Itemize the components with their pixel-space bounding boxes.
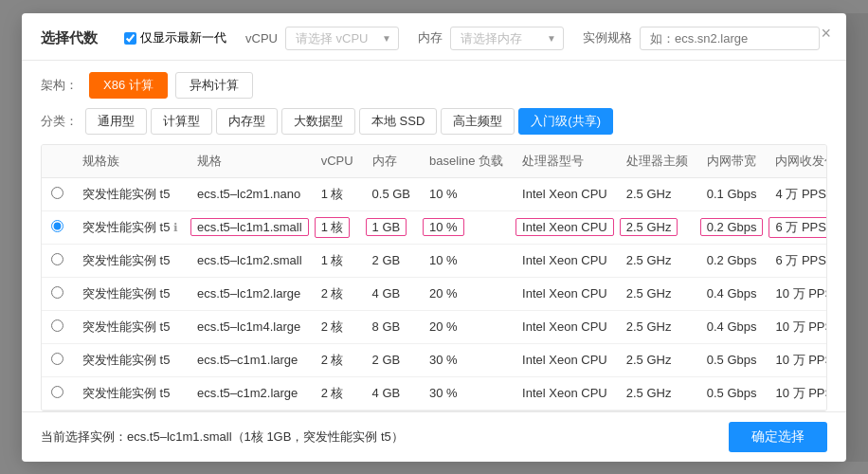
modal-overlay: 选择代数 仅显示最新一代 vCPU 请选择 vCPU ▼ 内存 xyxy=(0,0,868,474)
info-icon[interactable]: ℹ xyxy=(173,221,178,234)
col-vcpu: vCPU xyxy=(312,145,363,178)
row-spec: ecs.t5–lc1m1.small xyxy=(188,210,312,244)
vcpu-filter-group: vCPU 请选择 vCPU ▼ xyxy=(245,27,399,50)
row-baseline: 10 % xyxy=(420,210,513,244)
modal-title: 选择代数 xyxy=(41,29,98,47)
row-radio[interactable] xyxy=(51,353,63,365)
row-baseline: 30 % xyxy=(420,343,513,376)
table-row: 突发性能实例 t5 ecs.t5–lc2m1.nano 1 核 0.5 GB 1… xyxy=(42,177,827,210)
row-radio-cell[interactable] xyxy=(42,177,73,210)
category-row: 分类： 通用型 计算型 内存型 大数据型 本地 SSD 高主频型 入门级(共享) xyxy=(41,108,827,135)
row-frequency: 2.5 GHz xyxy=(617,244,697,277)
row-spec: ecs.t5–lc1m2.small xyxy=(188,244,312,277)
modal-footer: 当前选择实例：ecs.t5–lc1m1.small（1核 1GB，突发性能实例 … xyxy=(22,411,846,462)
row-vcpu: 1 核 xyxy=(312,177,363,210)
row-radio[interactable] xyxy=(51,187,63,199)
row-bandwidth: 0.1 Gbps xyxy=(697,177,767,210)
row-vcpu: 2 核 xyxy=(312,343,363,376)
instance-filter-group: 实例规格 xyxy=(583,27,820,50)
row-vcpu: 1 核 xyxy=(312,244,363,277)
baseline-highlight: 10 % xyxy=(423,218,464,236)
latest-gen-label: 仅显示最新一代 xyxy=(140,29,226,46)
modal-body: 架构： X86 计算 异构计算 分类： 通用型 计算型 内存型 大数据型 本地 … xyxy=(22,61,846,411)
category-label: 分类： xyxy=(41,113,78,130)
row-radio[interactable] xyxy=(51,253,63,265)
footer-current-text: 当前选择实例：ecs.t5–lc1m1.small（1核 1GB，突发性能实例 … xyxy=(41,428,404,446)
table-row: 突发性能实例 t5 ecs.t5–c1m1.large 2 核 2 GB 30 … xyxy=(42,343,827,376)
cat-btn-bigdata[interactable]: 大数据型 xyxy=(281,108,355,135)
footer-current-label: 当前选择实例： xyxy=(41,429,127,444)
row-radio-cell[interactable] xyxy=(42,343,73,376)
cat-btn-general[interactable]: 通用型 xyxy=(85,108,147,135)
row-family: 突发性能实例 t5 xyxy=(73,376,188,410)
vcpu-highlight: 1 核 xyxy=(315,217,351,238)
arch-btn-x86[interactable]: X86 计算 xyxy=(89,72,168,99)
col-bandwidth: 内网带宽 xyxy=(697,145,767,178)
table-row: 突发性能实例 t5 ecs.t5–lc1m2.large 2 核 4 GB 20… xyxy=(42,277,827,310)
col-baseline: baseline 负载 xyxy=(420,145,513,178)
row-spec: ecs.t5–lc1m4.large xyxy=(188,310,312,343)
row-vcpu: 2 核 xyxy=(312,376,363,410)
instance-select-modal: 选择代数 仅显示最新一代 vCPU 请选择 vCPU ▼ 内存 xyxy=(22,13,846,462)
cat-btn-entry[interactable]: 入门级(共享) xyxy=(518,108,613,135)
instance-filter-label: 实例规格 xyxy=(583,29,632,46)
latest-gen-checkbox[interactable] xyxy=(124,32,136,45)
cat-btn-memory[interactable]: 内存型 xyxy=(216,108,278,135)
row-radio-cell[interactable] xyxy=(42,210,73,244)
row-baseline: 20 % xyxy=(420,310,513,343)
instance-search-input[interactable] xyxy=(640,27,820,50)
arch-btn-hetero[interactable]: 异构计算 xyxy=(175,72,253,99)
row-memory: 1 GB xyxy=(363,210,420,244)
arch-row: 架构： X86 计算 异构计算 xyxy=(41,72,827,99)
row-baseline: 20 % xyxy=(420,277,513,310)
row-processor: Intel Xeon CPU xyxy=(513,210,617,244)
row-memory: 4 GB xyxy=(363,277,420,310)
frequency-highlight: 2.5 GHz xyxy=(620,218,678,236)
cat-btn-highfreq[interactable]: 高主频型 xyxy=(441,108,515,135)
row-pps: 6 万 PPS xyxy=(766,244,827,277)
row-spec: ecs.t5–lc2m1.nano xyxy=(188,177,312,210)
row-pps: 6 万 PPS xyxy=(766,210,827,244)
row-radio-cell[interactable] xyxy=(42,244,73,277)
row-radio[interactable] xyxy=(51,319,63,332)
cat-btn-compute[interactable]: 计算型 xyxy=(151,108,212,135)
row-processor: Intel Xeon CPU xyxy=(513,376,617,410)
row-family: 突发性能实例 t5 xyxy=(73,343,188,376)
table-header-row: 规格族 规格 vCPU 内存 baseline 负载 处理器型号 处理器主频 内… xyxy=(42,145,827,178)
vcpu-select-wrap: 请选择 vCPU ▼ xyxy=(285,27,399,50)
arch-label: 架构： xyxy=(41,77,78,94)
row-bandwidth: 0.5 Gbps xyxy=(697,343,767,376)
row-memory: 2 GB xyxy=(363,343,420,376)
row-spec: ecs.t5–lc1m2.large xyxy=(188,277,312,310)
row-memory: 8 GB xyxy=(363,310,420,343)
col-memory: 内存 xyxy=(363,145,420,178)
row-radio[interactable] xyxy=(51,286,63,299)
row-radio-cell[interactable] xyxy=(42,310,73,343)
row-radio-cell[interactable] xyxy=(42,376,73,410)
filter-group-checkbox: 仅显示最新一代 xyxy=(124,29,226,46)
close-button[interactable]: × xyxy=(821,25,831,42)
processor-highlight: Intel Xeon CPU xyxy=(515,218,614,236)
memory-select[interactable]: 请选择内存 xyxy=(450,27,564,50)
row-radio[interactable] xyxy=(51,386,63,398)
row-radio-cell[interactable] xyxy=(42,277,73,310)
row-radio[interactable] xyxy=(51,220,63,232)
memory-filter-group: 内存 请选择内存 ▼ xyxy=(418,27,564,50)
vcpu-select[interactable]: 请选择 vCPU xyxy=(285,27,399,50)
row-pps: 10 万 PPS xyxy=(766,310,827,343)
row-family: 突发性能实例 t5 xyxy=(73,177,188,210)
confirm-button[interactable]: 确定选择 xyxy=(729,422,827,452)
memory-label: 内存 xyxy=(418,29,443,46)
cat-btn-localssd[interactable]: 本地 SSD xyxy=(359,108,437,135)
table-row: 突发性能实例 t5 ecs.t5–c1m2.large 2 核 4 GB 30 … xyxy=(42,376,827,410)
row-baseline: 30 % xyxy=(420,376,513,410)
row-frequency: 2.5 GHz xyxy=(617,277,697,310)
row-processor: Intel Xeon CPU xyxy=(513,277,617,310)
row-pps: 10 万 PPS xyxy=(766,376,827,410)
row-bandwidth: 0.4 Gbps xyxy=(697,310,767,343)
vcpu-label: vCPU xyxy=(245,31,278,46)
row-frequency: 2.5 GHz xyxy=(617,343,697,376)
bandwidth-highlight: 0.2 Gbps xyxy=(700,218,764,236)
row-family: 突发性能实例 t5 xyxy=(73,244,188,277)
latest-gen-checkbox-label[interactable]: 仅显示最新一代 xyxy=(124,29,226,46)
